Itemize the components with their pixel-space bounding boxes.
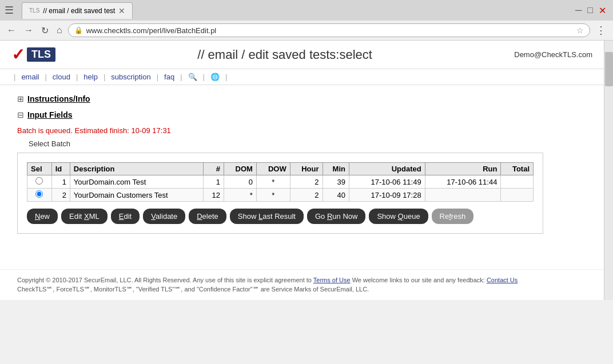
forward-button[interactable]: → <box>22 24 35 37</box>
col-updated: Updated <box>349 163 425 175</box>
input-fields-header[interactable]: ⊟ Input Fields <box>17 110 587 119</box>
col-total: Total <box>501 163 534 175</box>
reload-button[interactable]: ↻ <box>39 24 51 37</box>
window-maximize-button[interactable]: □ <box>585 4 595 17</box>
nav-faq[interactable]: faq <box>162 71 177 82</box>
col-sel: Sel <box>27 163 52 175</box>
page-content: ✓ TLS // email / edit saved tests:select… <box>0 41 604 300</box>
new-button[interactable]: New <box>27 209 58 224</box>
table-row[interactable]: 1YourDomain.com Test10*23917-10-06 11:49… <box>27 175 534 189</box>
nav-pipe: | <box>76 73 78 81</box>
nav-email[interactable]: email <box>19 71 41 82</box>
input-fields-title: Input Fields <box>27 110 73 119</box>
nav-pipe: | <box>104 73 105 81</box>
nav-pipe: | <box>14 73 15 81</box>
input-fields-section: ⊟ Input Fields Batch is queued. Estimate… <box>17 110 587 234</box>
col-hour: Hour <box>290 163 323 175</box>
col-num: # <box>204 163 224 175</box>
show-queue-button[interactable]: Show Queue <box>369 209 428 224</box>
action-buttons-row: New Edit XML Edit Validate Delete Show L… <box>27 209 534 224</box>
batch-select-radio[interactable] <box>35 190 43 198</box>
window-minimize-button[interactable]: ─ <box>573 4 584 17</box>
site-footer: Copyright © 2010-2017 SecurEmail, LLC. A… <box>0 269 604 300</box>
browser-navbar: ← → ↻ ⌂ 🔒 www.checktls.com/perl/live/Bat… <box>0 21 613 41</box>
bookmark-icon[interactable]: ☆ <box>576 26 584 35</box>
tab-close-button[interactable]: ✕ <box>118 6 125 15</box>
edit-xml-button[interactable]: Edit XML <box>61 209 108 224</box>
nav-pipe: | <box>225 73 227 81</box>
page-title: // email / edit saved tests:select <box>67 47 503 62</box>
batch-table: Sel Id Description # DOM DOW Hour Min Up… <box>27 162 534 202</box>
tab-title: // email / edit saved test <box>43 7 115 15</box>
window-close-button[interactable]: ✕ <box>596 4 608 17</box>
globe-icon[interactable]: 🌐 <box>208 71 222 82</box>
browser-tab[interactable]: TLS // email / edit saved test ✕ <box>22 2 133 19</box>
lock-icon: 🔒 <box>74 26 83 34</box>
contact-link[interactable]: Contact Us <box>487 277 518 283</box>
col-description: Description <box>70 163 203 175</box>
browser-menu-button[interactable]: ⋮ <box>594 23 608 38</box>
col-dow: DOW <box>256 163 290 175</box>
nav-cloud[interactable]: cloud <box>50 71 73 82</box>
refresh-button[interactable]: Refresh <box>432 209 474 224</box>
col-run: Run <box>425 163 501 175</box>
table-row[interactable]: 2YourDomain Customers Test12**24017-10-0… <box>27 189 534 202</box>
nav-pipe: | <box>45 73 46 81</box>
site-navigation: | email | cloud | help | subscription | … <box>0 69 604 85</box>
expand-icon: ⊞ <box>17 94 24 103</box>
user-email: Demo@CheckTLS.com <box>514 50 592 59</box>
nav-pipe: | <box>157 73 158 81</box>
tls-logo: TLS <box>27 47 55 62</box>
footer-copyright: Copyright © 2010-2017 SecurEmail, LLC. A… <box>17 277 587 283</box>
show-last-result-button[interactable]: Show Last Result <box>230 209 304 224</box>
batch-status: Batch is queued. Estimated finish: 10-09… <box>17 126 587 135</box>
col-min: Min <box>323 163 349 175</box>
batch-select-radio[interactable] <box>35 177 43 185</box>
home-button[interactable]: ⌂ <box>54 24 65 37</box>
col-dom: DOM <box>224 163 257 175</box>
site-logo: ✓ TLS <box>11 45 55 64</box>
instructions-title: Instructions/Info <box>27 94 90 103</box>
search-icon[interactable]: 🔍 <box>186 71 200 82</box>
col-id: Id <box>51 163 70 175</box>
select-batch-label: Select Batch <box>29 139 587 148</box>
delete-button[interactable]: Delete <box>189 209 226 224</box>
nav-pipe: | <box>203 73 205 81</box>
main-content: ⊞ Instructions/Info ⊟ Input Fields Batch… <box>0 85 604 252</box>
nav-subscription[interactable]: subscription <box>109 71 153 82</box>
instructions-section-header[interactable]: ⊞ Instructions/Info <box>17 94 587 103</box>
checkmark-icon: ✓ <box>11 45 25 64</box>
edit-button[interactable]: Edit <box>111 209 140 224</box>
validate-button[interactable]: Validate <box>143 209 185 224</box>
tab-favicon: TLS <box>29 7 39 14</box>
terms-link[interactable]: Terms of Use <box>313 277 351 283</box>
collapse-icon: ⊟ <box>17 110 24 119</box>
footer-service-marks: CheckTLS℠, ForceTLS℠, MonitorTLS℠, "Veri… <box>17 286 587 293</box>
go-run-now-button[interactable]: Go Run Now <box>307 209 365 224</box>
scrollbar[interactable] <box>604 41 613 300</box>
scrollbar-thumb[interactable] <box>605 52 613 86</box>
back-button[interactable]: ← <box>5 24 18 37</box>
nav-help[interactable]: help <box>81 71 100 82</box>
address-bar[interactable]: 🔒 www.checktls.com/perl/live/BatchEdit.p… <box>68 23 590 37</box>
table-header-row: Sel Id Description # DOM DOW Hour Min Up… <box>27 163 534 175</box>
batch-table-container: Sel Id Description # DOM DOW Hour Min Up… <box>17 153 543 234</box>
address-text: www.checktls.com/perl/live/BatchEdit.pl <box>86 26 571 35</box>
site-header: ✓ TLS // email / edit saved tests:select… <box>0 41 604 69</box>
nav-pipe: | <box>180 73 182 81</box>
